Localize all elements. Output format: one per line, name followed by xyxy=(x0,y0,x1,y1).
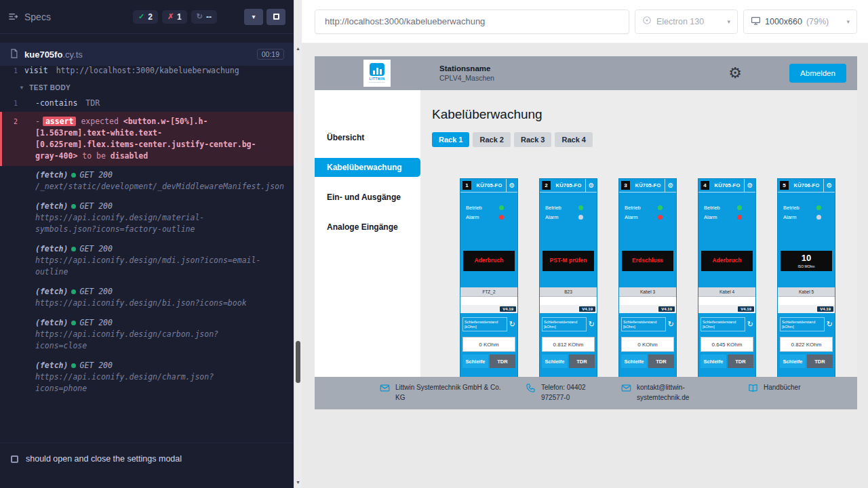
refresh-icon[interactable]: ↻ xyxy=(589,321,595,328)
status-text: Erdschluss xyxy=(632,258,663,264)
cable-name: Kabel 3 xyxy=(619,287,676,296)
sidebar-item[interactable]: Analoge Eingänge xyxy=(315,218,420,237)
tdr-button[interactable]: TDR xyxy=(728,354,753,368)
cable-input[interactable] xyxy=(619,296,676,305)
fetch-log-row[interactable]: (fetch) GET 200 https://api.iconify.desi… xyxy=(0,284,294,315)
betrieb-led xyxy=(578,205,583,210)
app-under-test: LITTWIN SYSTEMTECHNIK Stationsname CPLV4… xyxy=(315,56,857,409)
alarm-led xyxy=(816,215,821,220)
scroll-down-arrow[interactable]: ▼ xyxy=(294,480,302,485)
rack-tab[interactable]: Rack 3 xyxy=(514,132,551,147)
tdr-button[interactable]: TDR xyxy=(648,354,674,368)
url-input[interactable]: http://localhost:3000/kabelueberwachung xyxy=(315,9,629,34)
chevron-down-icon: ▾ xyxy=(727,18,730,25)
firmware-version-badge: V4.19 xyxy=(817,306,833,312)
test-body-section[interactable]: ▼ TEST BODY xyxy=(0,78,294,96)
tdr-button[interactable]: TDR xyxy=(569,354,595,368)
device-card: 4 KÜ705-FO ⚙ Betrieb Alarm xyxy=(698,178,756,388)
assert-expected: expected xyxy=(81,117,118,126)
refresh-icon[interactable]: ↻ xyxy=(747,321,753,328)
scroll-up-arrow[interactable]: ▲ xyxy=(294,46,302,51)
stop-tests-button[interactable] xyxy=(267,9,285,25)
schleife-button[interactable]: Schleife xyxy=(780,354,806,368)
browser-select[interactable]: Electron 130 ▾ xyxy=(635,9,738,34)
status-box: PST-M prüfen xyxy=(542,251,594,271)
passed-count: 2 xyxy=(148,12,153,22)
refresh-icon[interactable]: ↻ xyxy=(668,321,674,328)
rack-tab[interactable]: Rack 1 xyxy=(432,132,469,147)
fetch-log-row[interactable]: (fetch) GET 200 https://api.iconify.desi… xyxy=(0,315,294,358)
command-assert-failed[interactable]: 2 assert expected <button.w-[50%].h-[1.5… xyxy=(0,112,294,166)
command-arg: http://localhost:3000/kabelueberwachung xyxy=(56,66,239,75)
logo-mark-icon xyxy=(370,63,384,76)
command-name: visit xyxy=(24,66,48,75)
schleife-button[interactable]: Schleife xyxy=(462,354,488,368)
tdr-button[interactable]: TDR xyxy=(807,354,833,368)
alarm-led xyxy=(578,215,583,220)
betrieb-led xyxy=(816,205,821,210)
resistance-value: 0 KOhm xyxy=(621,337,674,352)
fetch-status: GET 200 xyxy=(79,360,112,371)
tdr-button[interactable]: TDR xyxy=(490,354,515,368)
footer-item[interactable]: Handbücher xyxy=(748,382,800,393)
refresh-icon[interactable]: ↻ xyxy=(827,321,833,328)
fetch-label: (fetch) xyxy=(35,169,68,181)
command-contains[interactable]: 1 containsTDR xyxy=(0,96,294,110)
refresh-icon[interactable]: ↻ xyxy=(509,321,515,328)
footer-text: Littwin Systemtechnik GmbH & Co. KG xyxy=(395,382,502,403)
alarm-label: Alarm xyxy=(545,214,559,220)
settings-gear-icon[interactable]: ⚙ xyxy=(728,66,742,81)
fetch-log-row[interactable]: (fetch) GET 200 /_next/static/developmen… xyxy=(0,167,294,199)
firmware-version-badge: V4.19 xyxy=(500,306,516,312)
cable-input[interactable] xyxy=(460,296,517,305)
collapse-tests-button[interactable]: ▾ xyxy=(244,9,263,25)
device-model: KÜ705-FO xyxy=(631,179,665,192)
app-sidebar: ÜbersichtKabelüberwachungEin- und Ausgän… xyxy=(315,90,420,409)
spec-duration: 00:19 xyxy=(257,49,284,60)
fetch-label: (fetch) xyxy=(35,360,68,371)
next-test-row[interactable]: should open and close the settings modal xyxy=(0,443,294,488)
viewport-size-select[interactable]: 1000x660 (79%) ▾ xyxy=(743,9,857,34)
cable-input[interactable] xyxy=(698,296,755,305)
reporter-scrollbar[interactable]: ▲ ▼ xyxy=(294,0,302,488)
device-model: KÜ705-FO xyxy=(552,179,585,192)
specs-button[interactable]: Specs xyxy=(8,12,51,22)
command-visit[interactable]: 1 visithttp://localhost:3000/kabelueberw… xyxy=(0,66,294,78)
resistance-label: Schleifenwiderstand [kOhm] xyxy=(462,317,507,331)
rack-tab[interactable]: Rack 2 xyxy=(473,132,510,147)
card-gear-icon[interactable]: ⚙ xyxy=(823,179,835,192)
fetch-url: https://api.iconify.design/mdi.json?icon… xyxy=(35,255,262,278)
alarm-label: Alarm xyxy=(783,214,797,220)
rack-tab[interactable]: Rack 4 xyxy=(555,132,592,147)
firmware-version-badge: V4.19 xyxy=(658,306,675,312)
schleife-button[interactable]: Schleife xyxy=(701,354,726,368)
spec-file-header[interactable]: kue705fo.cy.ts 00:19 xyxy=(0,43,294,66)
logout-button[interactable]: Abmelden xyxy=(789,64,846,83)
schleife-button[interactable]: Schleife xyxy=(542,354,568,368)
device-model: KÜ706-FO xyxy=(790,179,823,192)
fetch-log-row[interactable]: (fetch) GET 200 https://api.iconify.desi… xyxy=(0,358,294,401)
viewport-label: 1000x660 xyxy=(765,17,802,26)
aut-toolbar: http://localhost:3000/kabelueberwachung … xyxy=(302,0,868,43)
status-box: Aderbruch xyxy=(701,251,753,271)
firmware-version-badge: V4.19 xyxy=(738,306,754,312)
cable-input[interactable] xyxy=(540,296,597,305)
card-gear-icon[interactable]: ⚙ xyxy=(506,179,517,192)
next-test-title: should open and close the settings modal xyxy=(26,454,182,464)
sidebar-item[interactable]: Übersicht xyxy=(315,128,420,147)
card-gear-icon[interactable]: ⚙ xyxy=(665,179,676,192)
assert-state: disabled xyxy=(111,151,148,161)
sidebar-item[interactable]: Kabelüberwachung xyxy=(315,158,420,177)
scrollbar-thumb[interactable] xyxy=(296,341,300,383)
fetch-log-row[interactable]: (fetch) GET 200 https://api.iconify.desi… xyxy=(0,241,294,284)
fetch-log-row[interactable]: (fetch) GET 200 https://api.iconify.desi… xyxy=(0,199,294,241)
schleife-button[interactable]: Schleife xyxy=(621,354,647,368)
sidebar-item[interactable]: Ein- und Ausgänge xyxy=(315,188,420,207)
device-model: KÜ705-FO xyxy=(711,179,744,192)
cable-input[interactable] xyxy=(778,296,835,305)
app-body: ÜbersichtKabelüberwachungEin- und Ausgän… xyxy=(315,90,857,409)
card-gear-icon[interactable]: ⚙ xyxy=(585,179,597,192)
betrieb-label: Betrieb xyxy=(545,205,561,211)
card-gear-icon[interactable]: ⚙ xyxy=(744,179,755,192)
fetch-url: https://api.iconify.design/carbon.json?i… xyxy=(35,329,262,352)
